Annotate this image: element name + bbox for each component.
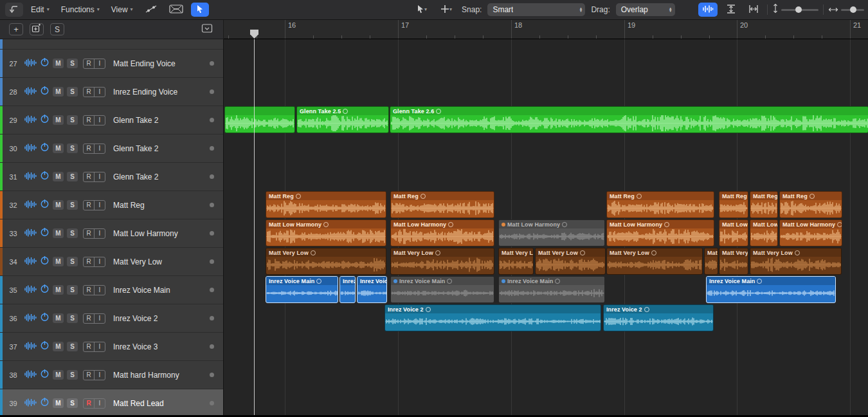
solo-button[interactable]: S <box>67 313 78 323</box>
audio-region[interactable]: Matt Reg <box>266 191 386 218</box>
drag-popup[interactable]: Overlap ▲▼ <box>616 3 675 16</box>
track-on-off-button[interactable] <box>40 57 50 70</box>
audio-region[interactable]: Inrez Voice Main <box>706 276 836 303</box>
mute-button[interactable]: M <box>53 59 64 68</box>
audio-region[interactable]: Matt Low Harmony <box>390 219 494 246</box>
crossfade-button[interactable] <box>165 3 187 17</box>
input-monitor-button[interactable]: I <box>94 314 105 323</box>
left-click-tool-button[interactable]: ▾ <box>413 3 431 17</box>
audio-region[interactable]: Matt Very Low <box>266 248 386 275</box>
track-name[interactable]: Glenn Take 2 <box>113 172 159 181</box>
waveform-zoom-button[interactable] <box>698 3 718 17</box>
track-row[interactable]: 28MSRIInrez Ending Voice <box>0 78 223 106</box>
menu-edit[interactable]: Edit ▾ <box>27 3 53 17</box>
audio-region[interactable]: Matt Very Low <box>704 248 718 275</box>
loop-icon[interactable] <box>311 250 316 255</box>
record-enable-button[interactable]: R <box>84 172 94 181</box>
audio-region[interactable]: Inrez Voice Main <box>266 276 338 303</box>
track-on-off-button[interactable] <box>40 255 50 268</box>
track-on-off-button[interactable] <box>40 114 50 126</box>
track-on-off-button[interactable] <box>40 312 50 324</box>
audio-region[interactable]: Matt Low Harmony <box>606 219 714 246</box>
track-name[interactable]: Glenn Take 2 <box>113 144 159 153</box>
track-name[interactable]: Inrez Voice Main <box>113 286 170 295</box>
mute-button[interactable]: M <box>53 370 64 380</box>
input-monitor-button[interactable]: I <box>94 59 105 68</box>
record-enable-button[interactable]: R <box>84 201 94 210</box>
duplicate-track-button[interactable] <box>30 23 44 35</box>
menu-functions[interactable]: Functions ▾ <box>57 3 104 17</box>
mute-button[interactable]: M <box>53 342 64 351</box>
loop-icon[interactable] <box>809 194 815 199</box>
command-click-tool-button[interactable]: ▾ <box>437 3 456 17</box>
mute-button[interactable]: M <box>53 257 64 266</box>
playhead-marker[interactable] <box>250 30 258 39</box>
slider-track[interactable] <box>781 9 818 11</box>
input-monitor-button[interactable]: I <box>94 88 105 97</box>
record-enable-button[interactable]: R <box>84 59 94 68</box>
track-row[interactable]: 33MSRIMatt Low Harmony <box>0 219 223 248</box>
solo-button[interactable]: S <box>67 115 78 125</box>
audio-region[interactable]: Inrez Voice Main <box>339 276 356 303</box>
loop-icon[interactable] <box>757 279 762 284</box>
mute-button[interactable]: M <box>53 398 64 408</box>
loop-icon[interactable] <box>651 250 656 255</box>
audio-region[interactable]: Matt Low Harmony <box>266 219 386 246</box>
audio-region[interactable]: Inrez Voice Main <box>357 276 387 303</box>
audio-region[interactable]: Glenn Take 2.5 <box>296 106 389 133</box>
track-name[interactable]: Inrez Voice 2 <box>113 314 158 323</box>
audio-region[interactable] <box>224 106 295 133</box>
playhead-line[interactable] <box>254 39 255 416</box>
track-on-off-button[interactable] <box>40 171 50 183</box>
record-enable-button[interactable]: R <box>84 286 94 295</box>
slider-track[interactable] <box>841 9 864 11</box>
audio-region[interactable]: Matt Very Low <box>750 248 842 275</box>
input-monitor-button[interactable]: I <box>94 201 105 210</box>
solo-button[interactable]: S <box>67 342 78 351</box>
audio-region[interactable]: Matt Very Low <box>606 248 703 275</box>
input-monitor-button[interactable]: I <box>94 286 105 295</box>
audio-region[interactable]: Matt Low Harmony <box>498 219 605 246</box>
solo-button[interactable]: S <box>67 59 78 68</box>
input-monitor-button[interactable]: I <box>94 399 105 408</box>
audio-region[interactable]: Inrez Voice Main <box>498 276 605 303</box>
horizontal-zoom-slider[interactable] <box>828 4 864 15</box>
track-on-off-button[interactable] <box>40 86 50 98</box>
menu-view[interactable]: View ▾ <box>107 3 137 17</box>
loop-icon[interactable] <box>555 279 560 284</box>
record-enable-button[interactable]: R <box>84 342 94 351</box>
global-solo-button[interactable]: S <box>50 23 64 35</box>
audio-region[interactable]: Matt Reg <box>390 191 494 218</box>
mute-button[interactable]: M <box>53 200 64 210</box>
record-enable-button[interactable]: R <box>84 399 94 408</box>
track-row[interactable]: 38MSRIMatt hard Harmony <box>0 361 223 389</box>
audio-region[interactable]: Matt Low Harmony <box>779 219 842 246</box>
arrange-area[interactable]: Glenn Take 2.5Glenn Take 2.6Matt RegMatt… <box>224 39 868 416</box>
mute-button[interactable]: M <box>53 313 64 323</box>
audio-region[interactable]: Matt Very Low <box>535 248 606 275</box>
track-on-off-button[interactable] <box>40 397 50 409</box>
mute-button[interactable]: M <box>53 172 64 181</box>
loop-icon[interactable] <box>426 307 431 312</box>
track-on-off-button[interactable] <box>40 284 50 296</box>
track-header-options-button[interactable] <box>200 23 214 35</box>
slider-knob[interactable] <box>795 6 802 13</box>
loop-icon[interactable] <box>448 222 453 227</box>
mute-button[interactable]: M <box>53 144 64 153</box>
loop-icon[interactable] <box>447 279 452 284</box>
solo-button[interactable]: S <box>67 257 78 266</box>
loop-icon[interactable] <box>580 250 585 255</box>
mute-button[interactable]: M <box>53 285 64 295</box>
input-monitor-button[interactable]: I <box>94 172 105 181</box>
solo-button[interactable]: S <box>67 144 78 153</box>
input-monitor-button[interactable]: I <box>94 144 105 153</box>
add-track-button[interactable]: + <box>9 23 23 35</box>
timeline-ruler[interactable]: 161718192021 <box>224 20 868 39</box>
solo-button[interactable]: S <box>67 228 78 238</box>
solo-button[interactable]: S <box>67 370 78 380</box>
loop-icon[interactable] <box>644 307 649 312</box>
solo-button[interactable]: S <box>67 87 78 97</box>
snap-popup[interactable]: Smart ▲▼ <box>487 3 585 16</box>
record-enable-button[interactable]: R <box>84 144 94 153</box>
audio-region[interactable]: Matt Very Low <box>498 248 534 275</box>
